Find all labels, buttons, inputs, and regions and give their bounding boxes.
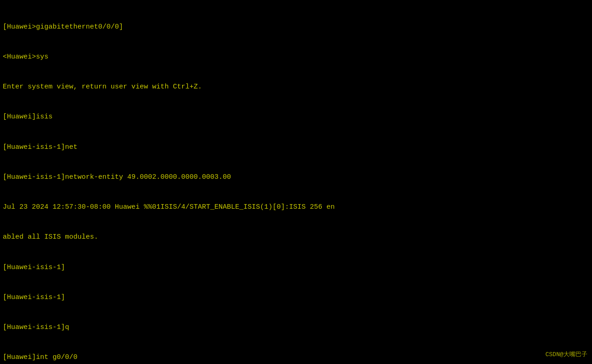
line-9: [Huawei-isis-1] bbox=[3, 263, 589, 273]
line-10: [Huawei-isis-1] bbox=[3, 293, 589, 303]
line-6: [Huawei-isis-1]network-entity 49.0002.00… bbox=[3, 172, 589, 182]
line-7: Jul 23 2024 12:57:30-08:00 Huawei %%01IS… bbox=[3, 202, 589, 212]
terminal-window: [Huawei>gigabitethernet0/0/0] <Huawei>sy… bbox=[3, 2, 589, 362]
line-1: [Huawei>gigabitethernet0/0/0] bbox=[3, 22, 589, 32]
line-2: <Huawei>sys bbox=[3, 52, 589, 62]
line-8: abled all ISIS modules. bbox=[3, 232, 589, 242]
watermark: CSDN@大嘴巴子 bbox=[545, 351, 587, 359]
line-12: [Huawei]int g0/0/0 bbox=[3, 352, 589, 362]
line-11: [Huawei-isis-1]q bbox=[3, 323, 589, 333]
line-4: [Huawei]isis bbox=[3, 112, 589, 122]
line-3: Enter system view, return user view with… bbox=[3, 82, 589, 92]
line-5: [Huawei-isis-1]net bbox=[3, 142, 589, 153]
